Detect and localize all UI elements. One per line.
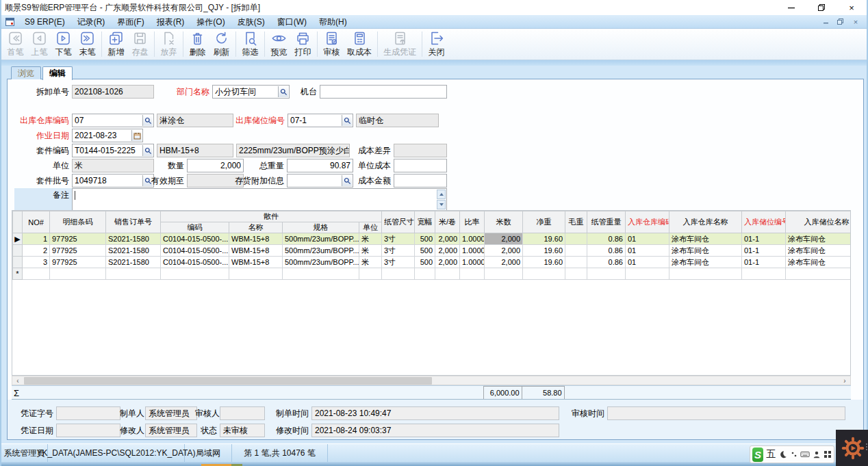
grid-col-header[interactable]: 规格 (283, 222, 359, 233)
toolbar-button-print[interactable]: 打印 (291, 29, 315, 59)
grid-col-header[interactable]: 比率 (460, 211, 485, 233)
toolbar-button-filter[interactable]: 筛选 (238, 29, 262, 59)
window-restore-button[interactable] (806, 0, 837, 15)
grid-cell[interactable]: 977925 (50, 257, 106, 268)
grid-col-header[interactable]: NO# (23, 211, 50, 233)
toolbar-button-close[interactable]: 关闭 (424, 29, 448, 59)
toolbar-button-prev[interactable]: 上笔 (27, 29, 51, 59)
grid-new-row[interactable]: * (13, 268, 852, 280)
grid-cell[interactable]: S2021-1580 (106, 233, 161, 245)
grid-col-header[interactable]: 米数 (485, 211, 523, 233)
ime-logo-icon[interactable]: S (752, 448, 763, 462)
grid-cell[interactable]: 米 (359, 257, 382, 268)
keyboard-icon[interactable] (800, 450, 810, 458)
grid-cell[interactable]: 1.0000 (460, 233, 485, 245)
toolbar-button-last[interactable]: 末笔 (75, 29, 99, 59)
grid-col-header[interactable]: 净重 (523, 211, 565, 233)
grid-cell[interactable]: 涂布车间仓 (786, 233, 852, 245)
grid-cell[interactable]: 500 (415, 245, 435, 257)
grid-cell[interactable]: 米 (359, 245, 382, 257)
grid-cell[interactable]: 涂布车间仓 (786, 245, 852, 257)
grid-col-header[interactable]: 入库仓库名称 (669, 211, 742, 233)
window-close-button[interactable]: × (837, 0, 867, 15)
menu-item-1[interactable]: 记录(R) (71, 15, 112, 29)
grid-cell[interactable] (565, 245, 587, 257)
grid-cell[interactable] (435, 268, 460, 280)
grid-col-header[interactable]: 入库储位名称 (786, 211, 852, 233)
grid-cell[interactable] (382, 268, 415, 280)
out-location-lookup-icon[interactable] (342, 115, 352, 126)
dept-field[interactable]: 小分切车间 (212, 85, 290, 99)
grid-cell[interactable]: S2021-1580 (106, 257, 161, 268)
memo-scroll-down-button[interactable] (437, 200, 446, 209)
grid-cell[interactable] (359, 268, 382, 280)
grid-cell[interactable]: 2,000 (485, 233, 523, 245)
grid-cell[interactable]: 3寸 (382, 233, 415, 245)
grid-cell[interactable]: 涂布车间仓 (669, 257, 742, 268)
grid-cell[interactable] (229, 268, 283, 280)
grid-cell[interactable]: 19.60 (523, 233, 565, 245)
menu-item-2[interactable]: 界面(F) (111, 15, 150, 29)
grid-col-header[interactable]: 销售订单号 (106, 211, 161, 233)
moon-icon[interactable] (778, 450, 787, 459)
cost-amount-field[interactable] (394, 174, 447, 187)
grid-cell[interactable] (23, 268, 50, 280)
grid-col-header[interactable]: 毛重 (565, 211, 587, 233)
app-tray-logo[interactable] (836, 430, 868, 466)
grid-cell[interactable]: 0.86 (587, 245, 626, 257)
toolbar-button-audit[interactable]: 审核 (320, 29, 344, 59)
toolbar-button-delete[interactable]: 删除 (186, 29, 209, 59)
total-weight-field[interactable]: 90.87 (287, 159, 353, 172)
grid-cell[interactable]: 1.0000 (460, 257, 485, 268)
toolbar-button-next[interactable]: 下笔 (51, 29, 75, 59)
scroll-left-icon[interactable]: ‹ (12, 376, 23, 385)
grid-cell[interactable]: 500mm/23um/BOPP... (283, 257, 359, 268)
out-warehouse-code-field[interactable]: 07 (72, 114, 154, 127)
grid-cell[interactable]: 3 (23, 257, 50, 268)
menu-item-6[interactable]: 窗口(W) (271, 15, 313, 29)
voucher-date-field[interactable] (56, 424, 120, 437)
grid-col-header[interactable]: 明细条码 (50, 211, 106, 233)
grid-cell[interactable] (786, 268, 852, 280)
toolbar-button-cost[interactable]: 取成本 (344, 29, 375, 59)
grid-cell[interactable]: 977925 (50, 245, 106, 257)
mdi-close-button[interactable]: × (850, 17, 861, 27)
grid-cell[interactable]: 01-1 (742, 245, 786, 257)
menu-item-3[interactable]: 报表(R) (151, 15, 191, 29)
grid-horizontal-scrollbar[interactable]: ‹ › (12, 376, 851, 385)
grid-cell[interactable] (523, 268, 565, 280)
grid-cell[interactable] (50, 268, 106, 280)
calendar-icon[interactable] (131, 130, 142, 141)
grid-cell[interactable]: 1 (23, 233, 50, 245)
detail-grid[interactable]: NO#明细条码销售订单号散件纸管尺寸宽幅米/卷比率米数净重毛重纸管重量入库仓库编… (12, 210, 851, 376)
grid-cell[interactable]: 500 (415, 233, 435, 245)
grid-cell[interactable]: 500mm/23um/BOPP... (283, 233, 359, 245)
unit-cost-field[interactable] (394, 159, 447, 172)
remark-field[interactable] (72, 188, 447, 211)
grid-cell[interactable] (565, 268, 587, 280)
grid-cell[interactable]: 01 (626, 233, 669, 245)
work-date-field[interactable]: 2021-08-23 (72, 129, 143, 142)
menu-item-0[interactable]: S9 ERP(E) (18, 15, 71, 29)
toolbar-button-save[interactable]: 存盘 (128, 29, 152, 59)
extra-info-lookup-icon[interactable] (342, 175, 352, 186)
voucher-no-field[interactable] (56, 406, 120, 420)
menu-item-5[interactable]: 皮肤(S) (231, 15, 271, 29)
grid-cell[interactable] (106, 268, 161, 280)
grid-col-header[interactable]: 单位 (359, 222, 382, 233)
grid-cell[interactable]: 500 (415, 257, 435, 268)
toolbar-button-refresh[interactable]: 刷新 (209, 29, 233, 59)
kit-code-lookup-icon[interactable] (142, 145, 153, 156)
grid-cell[interactable]: 米 (359, 233, 382, 245)
grid-row[interactable]: 3977925S2021-1580C0104-015-0500-...WBM-1… (13, 257, 852, 268)
machine-field[interactable] (320, 85, 447, 99)
grid-cell[interactable]: 0.86 (587, 233, 626, 245)
menu-item-7[interactable]: 帮助(H) (313, 15, 353, 29)
grid-cell[interactable]: C0104-015-0500-... (161, 257, 229, 268)
grid-col-header[interactable]: 入库储位编号 (742, 211, 786, 233)
grid-cell[interactable]: 19.60 (523, 245, 565, 257)
grid-cell[interactable] (669, 268, 742, 280)
grid-cell[interactable]: 2,000 (435, 257, 460, 268)
grid-cell[interactable]: 977925 (50, 233, 106, 245)
grid-row[interactable]: ▶1977925S2021-1580C0104-015-0500-...WBM-… (13, 233, 852, 245)
